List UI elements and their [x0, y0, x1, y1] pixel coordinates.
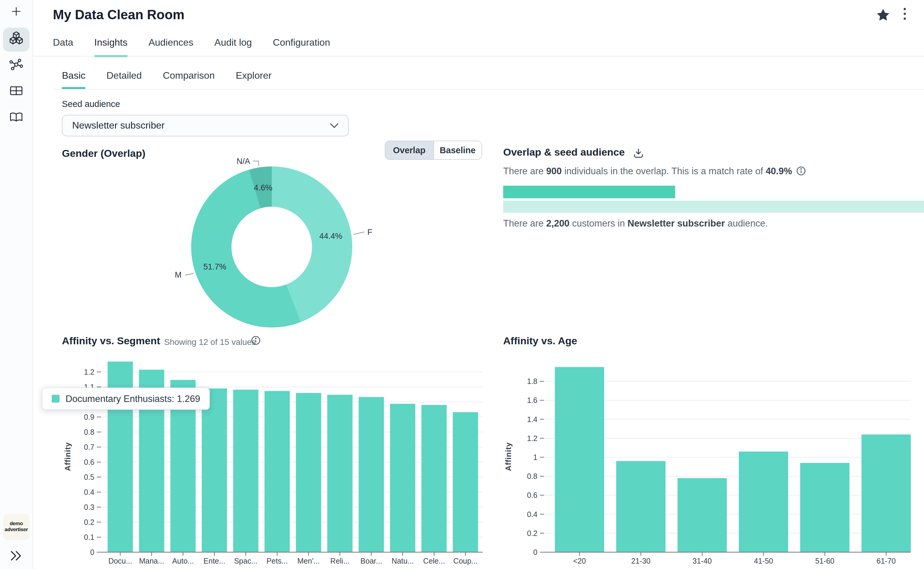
- toggle-baseline-button[interactable]: Baseline: [433, 141, 482, 159]
- sidebar-item-clean-rooms[interactable]: [3, 27, 29, 52]
- svg-text:Affinity: Affinity: [63, 442, 72, 471]
- svg-text:44.4%: 44.4%: [319, 231, 342, 240]
- sidebar-item-connections[interactable]: [3, 53, 29, 78]
- svg-text:41-50: 41-50: [754, 557, 773, 565]
- page-title: My Data Clean Room: [53, 7, 184, 23]
- svg-text:0.2: 0.2: [84, 518, 95, 526]
- svg-text:21-30: 21-30: [631, 557, 651, 565]
- svg-text:31-40: 31-40: [692, 557, 712, 565]
- gender-donut-chart: 44.4%51.7%4.6%FMN/A: [156, 157, 397, 333]
- audience-count: 2,200: [546, 218, 570, 228]
- info-icon[interactable]: [251, 335, 262, 346]
- logo-line-2: advertiser: [5, 527, 27, 533]
- age-chart-title: Affinity vs. Age: [503, 335, 577, 347]
- tab-audit-log[interactable]: Audit log: [214, 37, 252, 57]
- seed-audience-label: Seed audience: [62, 99, 120, 109]
- svg-text:0.3: 0.3: [84, 503, 95, 511]
- svg-text:Auto...: Auto...: [172, 557, 194, 565]
- svg-text:Pets...: Pets...: [267, 557, 288, 565]
- sidebar-new-button[interactable]: [3, 1, 29, 24]
- segment-chart-title: Affinity vs. Segment: [62, 335, 160, 347]
- svg-text:0: 0: [90, 548, 95, 556]
- svg-text:1.2: 1.2: [527, 434, 537, 443]
- svg-text:Spac...: Spac...: [234, 557, 258, 565]
- audience-total-bar: [503, 201, 924, 213]
- overlap-stats-text: There are 900 individuals in the overlap…: [503, 166, 876, 178]
- subtab-explorer[interactable]: Explorer: [236, 70, 271, 89]
- double-chevron-right-icon: [9, 553, 23, 564]
- network-icon: [9, 57, 23, 74]
- cubes-icon: [9, 31, 23, 48]
- svg-text:0.4: 0.4: [84, 488, 95, 496]
- svg-text:Reli...: Reli...: [330, 557, 349, 565]
- tooltip-swatch: [52, 395, 59, 403]
- sidebar: demo advertiser: [0, 0, 33, 569]
- svg-text:1.4: 1.4: [527, 415, 537, 424]
- svg-text:F: F: [367, 228, 372, 237]
- download-icon: [633, 150, 644, 160]
- tooltip-text: Documentary Enthusiasts: 1.269: [66, 393, 200, 404]
- sidebar-item-tables[interactable]: [3, 80, 29, 104]
- advertiser-logo: demo advertiser: [3, 514, 29, 540]
- overlap-baseline-toggle: Overlap Baseline: [385, 141, 482, 160]
- plus-icon: [10, 5, 22, 20]
- segment-chart-subtitle: Showing 12 of 15 values: [164, 337, 256, 347]
- seed-audience-select[interactable]: Newsletter subscriber: [62, 115, 349, 136]
- svg-text:61-70: 61-70: [877, 557, 896, 565]
- svg-text:0.1: 0.1: [84, 533, 95, 542]
- svg-text:Men'...: Men'...: [297, 557, 320, 565]
- audience-name: Newsletter subscriber: [628, 218, 725, 228]
- tabs-divider: [33, 56, 924, 56]
- svg-text:Boar...: Boar...: [360, 557, 382, 565]
- tab-insights[interactable]: Insights: [95, 37, 127, 57]
- overlap-count: 900: [546, 166, 562, 176]
- download-button[interactable]: [633, 148, 644, 159]
- svg-text:Natu...: Natu...: [392, 557, 414, 565]
- svg-text:0.6: 0.6: [527, 491, 537, 499]
- info-icon[interactable]: [796, 166, 806, 178]
- svg-text:N/A: N/A: [236, 157, 250, 166]
- book-icon: [9, 110, 23, 127]
- seed-audience-value: Newsletter subscriber: [72, 120, 165, 131]
- gender-chart-title: Gender (Overlap): [62, 148, 145, 160]
- svg-text:0.4: 0.4: [527, 510, 537, 519]
- toggle-overlap-button[interactable]: Overlap: [385, 141, 433, 159]
- sidebar-item-docs[interactable]: [3, 106, 29, 130]
- subtabs-divider: [53, 89, 924, 90]
- tab-data[interactable]: Data: [53, 37, 73, 57]
- sidebar-expand-button[interactable]: [9, 550, 24, 565]
- app-window: demo advertiser My Data Clean Room Data …: [0, 0, 924, 569]
- svg-text:Affinity: Affinity: [504, 442, 513, 471]
- svg-text:0.7: 0.7: [84, 443, 95, 451]
- svg-text:Ente...: Ente...: [203, 557, 225, 565]
- subtab-detailed[interactable]: Detailed: [107, 70, 142, 89]
- subtab-comparison[interactable]: Comparison: [163, 70, 215, 89]
- overlap-section-title: Overlap & seed audience: [503, 147, 625, 159]
- star-icon: [877, 13, 890, 23]
- chevron-down-icon: [330, 120, 338, 131]
- svg-text:51.7%: 51.7%: [203, 262, 226, 271]
- tab-configuration[interactable]: Configuration: [273, 37, 330, 57]
- svg-text:<20: <20: [573, 557, 586, 565]
- svg-text:M: M: [175, 270, 182, 279]
- match-rate: 40.9%: [765, 166, 792, 176]
- table-icon: [9, 84, 23, 100]
- svg-text:0.9: 0.9: [84, 413, 95, 421]
- tab-audiences[interactable]: Audiences: [148, 37, 193, 57]
- svg-text:1: 1: [533, 453, 537, 461]
- svg-text:1.6: 1.6: [527, 396, 537, 405]
- svg-text:1.2: 1.2: [84, 368, 95, 376]
- svg-text:0.5: 0.5: [84, 473, 95, 481]
- svg-text:1.8: 1.8: [527, 377, 537, 385]
- svg-text:0: 0: [533, 548, 537, 556]
- svg-text:Cele...: Cele...: [423, 557, 445, 565]
- favorite-button[interactable]: [877, 8, 890, 21]
- svg-text:Coup...: Coup...: [453, 557, 478, 565]
- overlap-match-bar: [503, 186, 675, 198]
- chart-tooltip: Documentary Enthusiasts: 1.269: [42, 388, 210, 410]
- subtab-basic[interactable]: Basic: [62, 70, 85, 89]
- age-bar-chart: 00.20.40.60.811.21.41.61.8<2021-3031-404…: [499, 354, 924, 569]
- insights-subtabs: Basic Detailed Comparison Explorer: [62, 70, 271, 89]
- more-menu-button[interactable]: [900, 8, 910, 22]
- segment-bar-chart: 00.10.20.30.40.50.60.70.80.911.11.2Docu.…: [57, 354, 484, 569]
